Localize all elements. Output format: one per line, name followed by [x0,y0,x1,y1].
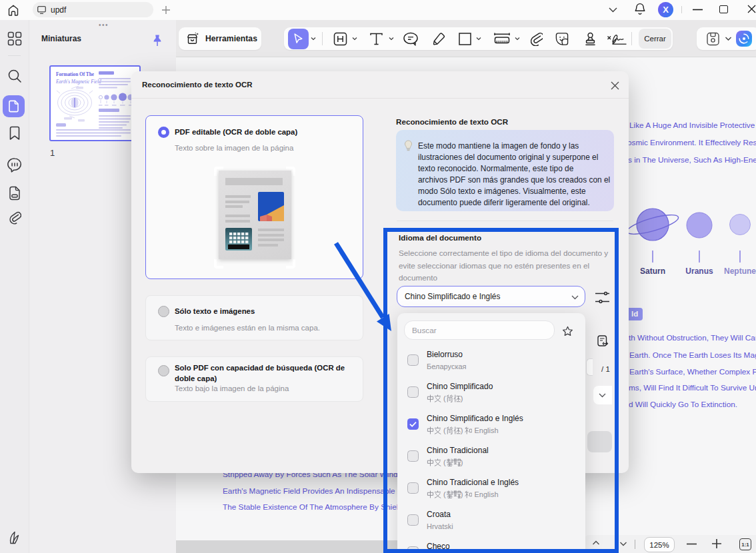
svg-text:Earth's Magnetic Field: Earth's Magnetic Field [55,79,101,85]
svg-text:Saturn: Saturn [640,267,665,276]
svg-text:Formation Of The: Formation Of The [56,71,95,77]
svg-text:Uranus: Uranus [685,267,713,276]
svg-text:Neptune: Neptune [724,267,756,276]
